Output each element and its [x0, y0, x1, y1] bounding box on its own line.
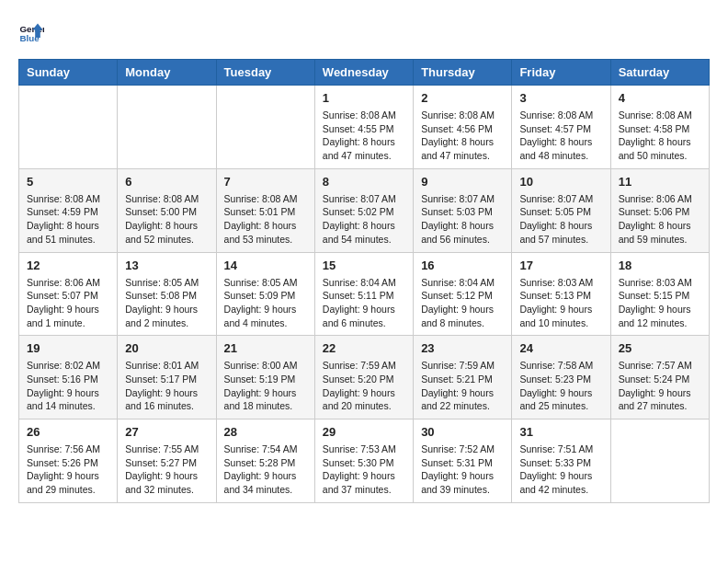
day-info: Sunrise: 8:04 AM Sunset: 5:12 PM Dayligh…	[421, 276, 504, 330]
calendar-week-row: 19Sunrise: 8:02 AM Sunset: 5:16 PM Dayli…	[19, 336, 710, 419]
day-info: Sunrise: 7:57 AM Sunset: 5:24 PM Dayligh…	[619, 359, 701, 413]
calendar-table: SundayMondayTuesdayWednesdayThursdayFrid…	[18, 59, 710, 503]
day-info: Sunrise: 7:51 AM Sunset: 5:33 PM Dayligh…	[519, 442, 602, 497]
calendar-cell	[216, 86, 314, 169]
calendar-cell: 2Sunrise: 8:08 AM Sunset: 4:56 PM Daylig…	[414, 86, 512, 169]
day-number: 18	[619, 259, 701, 272]
day-number: 13	[125, 259, 208, 272]
day-info: Sunrise: 8:03 AM Sunset: 5:13 PM Dayligh…	[519, 276, 602, 330]
calendar-cell	[118, 86, 216, 169]
day-info: Sunrise: 7:54 AM Sunset: 5:28 PM Dayligh…	[224, 442, 307, 497]
day-info: Sunrise: 8:08 AM Sunset: 4:59 PM Dayligh…	[27, 192, 109, 247]
calendar-cell: 6Sunrise: 8:08 AM Sunset: 5:00 PM Daylig…	[118, 168, 216, 252]
calendar-cell: 21Sunrise: 8:00 AM Sunset: 5:19 PM Dayli…	[216, 336, 314, 419]
day-number: 24	[519, 341, 602, 355]
day-info: Sunrise: 8:08 AM Sunset: 4:55 PM Dayligh…	[323, 109, 405, 163]
calendar-cell: 12Sunrise: 8:06 AM Sunset: 5:07 PM Dayli…	[19, 252, 118, 336]
calendar-day-header: Thursday	[414, 60, 512, 86]
day-number: 4	[619, 91, 701, 105]
calendar-cell: 23Sunrise: 7:59 AM Sunset: 5:21 PM Dayli…	[414, 336, 512, 419]
calendar-cell: 22Sunrise: 7:59 AM Sunset: 5:20 PM Dayli…	[314, 336, 413, 419]
calendar-week-row: 12Sunrise: 8:06 AM Sunset: 5:07 PM Dayli…	[19, 252, 710, 336]
day-info: Sunrise: 7:56 AM Sunset: 5:26 PM Dayligh…	[27, 442, 109, 497]
calendar-cell: 11Sunrise: 8:06 AM Sunset: 5:06 PM Dayli…	[610, 168, 709, 252]
calendar-cell: 4Sunrise: 8:08 AM Sunset: 4:58 PM Daylig…	[610, 86, 709, 169]
calendar-day-header: Monday	[118, 60, 216, 86]
day-number: 16	[421, 259, 504, 272]
day-number: 11	[619, 175, 701, 189]
day-number: 31	[519, 425, 602, 439]
day-info: Sunrise: 8:08 AM Sunset: 4:56 PM Dayligh…	[421, 109, 504, 163]
calendar-week-row: 5Sunrise: 8:08 AM Sunset: 4:59 PM Daylig…	[19, 168, 710, 252]
day-number: 27	[125, 425, 208, 439]
day-number: 5	[27, 175, 109, 189]
calendar-cell: 17Sunrise: 8:03 AM Sunset: 5:13 PM Dayli…	[512, 252, 610, 336]
calendar-cell: 5Sunrise: 8:08 AM Sunset: 4:59 PM Daylig…	[19, 168, 118, 252]
day-info: Sunrise: 8:08 AM Sunset: 4:57 PM Dayligh…	[519, 109, 602, 163]
day-number: 17	[519, 259, 602, 272]
day-number: 14	[224, 259, 307, 272]
day-info: Sunrise: 7:52 AM Sunset: 5:31 PM Dayligh…	[421, 442, 504, 497]
day-number: 28	[224, 425, 307, 439]
calendar-cell: 10Sunrise: 8:07 AM Sunset: 5:05 PM Dayli…	[512, 168, 610, 252]
calendar-cell: 26Sunrise: 7:56 AM Sunset: 5:26 PM Dayli…	[19, 419, 118, 503]
day-number: 3	[519, 91, 602, 105]
day-info: Sunrise: 7:59 AM Sunset: 5:21 PM Dayligh…	[421, 359, 504, 413]
day-number: 10	[519, 175, 602, 189]
day-info: Sunrise: 8:08 AM Sunset: 5:01 PM Dayligh…	[224, 192, 307, 247]
day-info: Sunrise: 8:08 AM Sunset: 4:58 PM Dayligh…	[619, 109, 701, 163]
day-number: 8	[323, 175, 405, 189]
calendar-day-header: Saturday	[610, 60, 709, 86]
calendar-cell: 27Sunrise: 7:55 AM Sunset: 5:27 PM Dayli…	[118, 419, 216, 503]
page-header: General Blue	[18, 18, 710, 44]
day-number: 12	[27, 259, 109, 272]
day-number: 20	[125, 341, 208, 355]
day-number: 29	[323, 425, 405, 439]
day-number: 7	[224, 175, 307, 189]
calendar-cell: 13Sunrise: 8:05 AM Sunset: 5:08 PM Dayli…	[118, 252, 216, 336]
day-number: 9	[421, 175, 504, 189]
calendar-cell: 14Sunrise: 8:05 AM Sunset: 5:09 PM Dayli…	[216, 252, 314, 336]
calendar-cell: 15Sunrise: 8:04 AM Sunset: 5:11 PM Dayli…	[314, 252, 413, 336]
day-number: 26	[27, 425, 109, 439]
day-number: 30	[421, 425, 504, 439]
calendar-header-row: SundayMondayTuesdayWednesdayThursdayFrid…	[19, 60, 710, 86]
calendar-cell: 29Sunrise: 7:53 AM Sunset: 5:30 PM Dayli…	[314, 419, 413, 503]
day-number: 2	[421, 91, 504, 105]
calendar-cell: 3Sunrise: 8:08 AM Sunset: 4:57 PM Daylig…	[512, 86, 610, 169]
calendar-cell: 20Sunrise: 8:01 AM Sunset: 5:17 PM Dayli…	[118, 336, 216, 419]
day-number: 23	[421, 341, 504, 355]
calendar-day-header: Wednesday	[314, 60, 413, 86]
day-info: Sunrise: 7:55 AM Sunset: 5:27 PM Dayligh…	[125, 442, 208, 497]
day-info: Sunrise: 7:59 AM Sunset: 5:20 PM Dayligh…	[323, 359, 405, 413]
day-number: 22	[323, 341, 405, 355]
day-info: Sunrise: 8:03 AM Sunset: 5:15 PM Dayligh…	[619, 276, 701, 330]
calendar-day-header: Sunday	[19, 60, 118, 86]
logo-icon: General Blue	[18, 18, 44, 44]
calendar-cell: 7Sunrise: 8:08 AM Sunset: 5:01 PM Daylig…	[216, 168, 314, 252]
day-number: 15	[323, 259, 405, 272]
day-info: Sunrise: 8:04 AM Sunset: 5:11 PM Dayligh…	[323, 276, 405, 330]
day-number: 6	[125, 175, 208, 189]
day-number: 25	[619, 341, 701, 355]
calendar-cell: 25Sunrise: 7:57 AM Sunset: 5:24 PM Dayli…	[610, 336, 709, 419]
calendar-cell: 1Sunrise: 8:08 AM Sunset: 4:55 PM Daylig…	[314, 86, 413, 169]
calendar-day-header: Tuesday	[216, 60, 314, 86]
day-info: Sunrise: 8:05 AM Sunset: 5:09 PM Dayligh…	[224, 276, 307, 330]
day-info: Sunrise: 7:58 AM Sunset: 5:23 PM Dayligh…	[519, 359, 602, 413]
calendar-cell: 31Sunrise: 7:51 AM Sunset: 5:33 PM Dayli…	[512, 419, 610, 503]
calendar-day-header: Friday	[512, 60, 610, 86]
day-info: Sunrise: 8:08 AM Sunset: 5:00 PM Dayligh…	[125, 192, 208, 247]
logo: General Blue	[18, 18, 48, 44]
calendar-cell: 24Sunrise: 7:58 AM Sunset: 5:23 PM Dayli…	[512, 336, 610, 419]
calendar-cell: 28Sunrise: 7:54 AM Sunset: 5:28 PM Dayli…	[216, 419, 314, 503]
calendar-week-row: 26Sunrise: 7:56 AM Sunset: 5:26 PM Dayli…	[19, 419, 710, 503]
day-number: 21	[224, 341, 307, 355]
day-info: Sunrise: 7:53 AM Sunset: 5:30 PM Dayligh…	[323, 442, 405, 497]
day-info: Sunrise: 8:01 AM Sunset: 5:17 PM Dayligh…	[125, 359, 208, 413]
calendar-cell: 19Sunrise: 8:02 AM Sunset: 5:16 PM Dayli…	[19, 336, 118, 419]
calendar-cell: 16Sunrise: 8:04 AM Sunset: 5:12 PM Dayli…	[414, 252, 512, 336]
day-info: Sunrise: 8:00 AM Sunset: 5:19 PM Dayligh…	[224, 359, 307, 413]
day-number: 19	[27, 341, 109, 355]
calendar-cell	[19, 86, 118, 169]
